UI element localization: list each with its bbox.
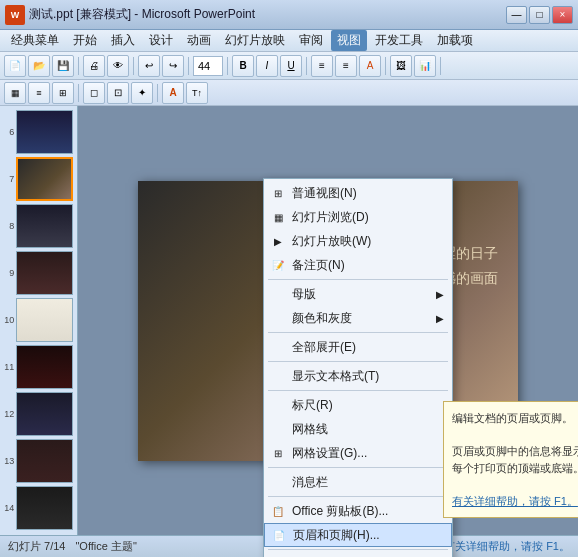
- grid-settings-icon: ⊞: [270, 445, 286, 461]
- tooltip-help-link[interactable]: 有关详细帮助，请按 F1。: [452, 495, 578, 507]
- tb2-font-size[interactable]: T↑: [186, 82, 208, 104]
- menu-animation[interactable]: 动画: [181, 30, 217, 51]
- sep3: [268, 361, 448, 362]
- master-icon: [270, 286, 286, 302]
- tb-redo[interactable]: ↪: [162, 55, 184, 77]
- slide-thumb-9[interactable]: [16, 251, 73, 295]
- app-logo: W: [5, 5, 25, 25]
- tb-insert-pic[interactable]: 🖼: [390, 55, 412, 77]
- menu-slide-sorter[interactable]: ▦ 幻灯片浏览(D): [264, 205, 452, 229]
- slide-row-9: 9: [4, 251, 73, 295]
- tb2-a[interactable]: A: [162, 82, 184, 104]
- menu-view[interactable]: 视图: [331, 30, 367, 51]
- title-bar: W 测试.ppt [兼容模式] - Microsoft PowerPoint —…: [0, 0, 578, 30]
- sep5: [268, 467, 448, 468]
- slide-num-12: 12: [4, 409, 14, 419]
- sep6: [268, 496, 448, 497]
- tb-underline[interactable]: U: [280, 55, 302, 77]
- color-arrow: ▶: [436, 313, 444, 324]
- tb2-effects[interactable]: ✦: [131, 82, 153, 104]
- title-bar-left: W 测试.ppt [兼容模式] - Microsoft PowerPoint: [5, 5, 506, 25]
- slide-num-6: 6: [4, 127, 14, 137]
- slide-panel[interactable]: 6 7 8 9 10: [0, 106, 78, 535]
- notes-icon: 📝: [270, 257, 286, 273]
- sep1: [268, 279, 448, 280]
- header-footer-icon: 📄: [271, 527, 287, 543]
- slide-row-8: 8: [4, 204, 73, 248]
- slide-row-7: 7: [4, 157, 73, 201]
- menu-addins[interactable]: 加载项: [431, 30, 479, 51]
- menu-insert[interactable]: 插入: [105, 30, 141, 51]
- status-help-text: 有关详细帮助，请按 F1。: [444, 539, 570, 554]
- tb-print[interactable]: 🖨: [83, 55, 105, 77]
- slide-thumb-8[interactable]: [16, 204, 73, 248]
- slide-count: 幻灯片 7/14: [8, 539, 65, 554]
- tb-preview[interactable]: 👁: [107, 55, 129, 77]
- menu-normal-view[interactable]: ⊞ 普通视图(N): [264, 181, 452, 205]
- tb-sep1: [78, 57, 79, 75]
- slide-thumb-10[interactable]: [16, 298, 73, 342]
- tb-open[interactable]: 📂: [28, 55, 50, 77]
- maximize-button[interactable]: □: [529, 6, 550, 24]
- window-controls[interactable]: — □ ×: [506, 6, 573, 24]
- toolbar-secondary: ▦ ≡ ⊞ ◻ ⊡ ✦ A T↑: [0, 80, 578, 106]
- menu-gridlines[interactable]: 网格线: [264, 417, 452, 441]
- tb-italic[interactable]: I: [256, 55, 278, 77]
- tb-new[interactable]: 📄: [4, 55, 26, 77]
- menu-header-footer[interactable]: 📄 页眉和页脚(H)...: [264, 523, 452, 547]
- tb2-shapes[interactable]: ◻: [83, 82, 105, 104]
- tb-sep6: [385, 57, 386, 75]
- slide-thumb-12[interactable]: [16, 392, 73, 436]
- menu-review[interactable]: 审阅: [293, 30, 329, 51]
- slide-thumb-11[interactable]: [16, 345, 73, 389]
- menu-grid-settings[interactable]: ⊞ 网格设置(G)...: [264, 441, 452, 465]
- tb2-sep1: [78, 84, 79, 102]
- tooltip-line2: 页眉或页脚中的信息将显示在: [452, 443, 578, 460]
- menu-color-grayscale[interactable]: 颜色和灰度 ▶: [264, 306, 452, 330]
- close-button[interactable]: ×: [552, 6, 573, 24]
- menu-master[interactable]: 母版 ▶: [264, 282, 452, 306]
- master-arrow: ▶: [436, 289, 444, 300]
- tb-save[interactable]: 💾: [52, 55, 74, 77]
- menu-clipboard[interactable]: 📋 Office 剪贴板(B)...: [264, 499, 452, 523]
- slideshow-icon: ▶: [270, 233, 286, 249]
- slide-thumb-14[interactable]: [16, 486, 73, 530]
- menu-devtools[interactable]: 开发工具: [369, 30, 429, 51]
- sep2: [268, 332, 448, 333]
- menu-start[interactable]: 开始: [67, 30, 103, 51]
- slide-row-10: 10: [4, 298, 73, 342]
- color-icon: [270, 310, 286, 326]
- menu-classic[interactable]: 经典菜单: [5, 30, 65, 51]
- slide-row-14: 14: [4, 486, 73, 530]
- slide-thumb-13[interactable]: [16, 439, 73, 483]
- menu-text-format[interactable]: 显示文本格式(T): [264, 364, 452, 388]
- tb-align-left[interactable]: ≡: [311, 55, 333, 77]
- menu-slideshow[interactable]: 幻灯片放映: [219, 30, 291, 51]
- menu-design[interactable]: 设计: [143, 30, 179, 51]
- status-right: ℹ 有关详细帮助，请按 F1。: [435, 539, 570, 555]
- zoom-field[interactable]: 44: [193, 56, 223, 76]
- slide-thumb-7[interactable]: [16, 157, 73, 201]
- tb-bold[interactable]: B: [232, 55, 254, 77]
- tb-color[interactable]: A: [359, 55, 381, 77]
- tb-undo[interactable]: ↩: [138, 55, 160, 77]
- menu-notes-page[interactable]: 📝 备注页(N): [264, 253, 452, 277]
- dropdown-overlay: ⊞ 普通视图(N) ▦ 幻灯片浏览(D) ▶ 幻灯片放映(W) 📝 备注页(N): [263, 178, 453, 557]
- slide-num-13: 13: [4, 456, 14, 466]
- tb2-normal[interactable]: ⊞: [52, 82, 74, 104]
- menu-message-bar[interactable]: 消息栏: [264, 470, 452, 494]
- tb2-arrange[interactable]: ⊡: [107, 82, 129, 104]
- tb-sep3: [188, 57, 189, 75]
- tb2-outline[interactable]: ≡: [28, 82, 50, 104]
- tooltip-line3: 每个打印页的顶端或底端。: [452, 460, 578, 477]
- tb2-slides[interactable]: ▦: [4, 82, 26, 104]
- menu-slideshow-play[interactable]: ▶ 幻灯片放映(W): [264, 229, 452, 253]
- tb-align-center[interactable]: ≡: [335, 55, 357, 77]
- menu-ruler[interactable]: 标尺(R): [264, 393, 452, 417]
- tb-sep4: [227, 57, 228, 75]
- menu-expand-all[interactable]: 全部展开(E): [264, 335, 452, 359]
- normal-view-icon: ⊞: [270, 185, 286, 201]
- minimize-button[interactable]: —: [506, 6, 527, 24]
- tb-chart[interactable]: 📊: [414, 55, 436, 77]
- slide-thumb-6[interactable]: [16, 110, 73, 154]
